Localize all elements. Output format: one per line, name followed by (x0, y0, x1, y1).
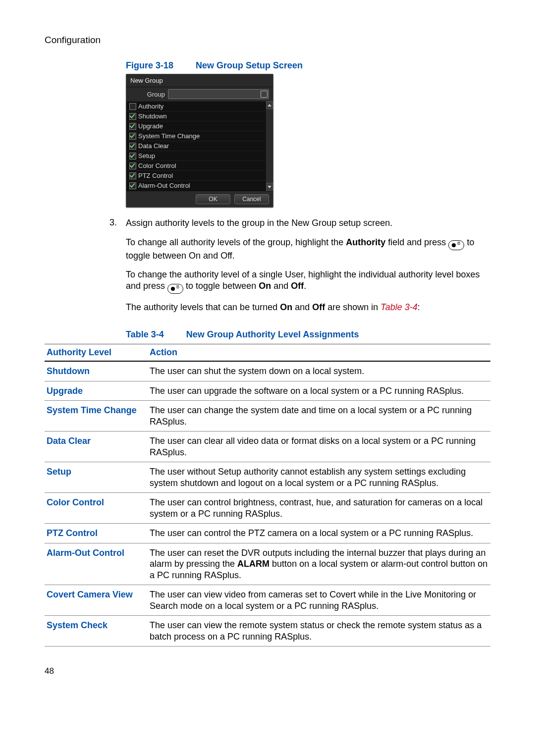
table-row: System CheckThe user can view the remote… (45, 616, 490, 647)
col-header-action: Action (148, 344, 490, 362)
table-title: New Group Authority Level Assignments (186, 329, 359, 339)
group-label: Group (130, 91, 168, 98)
text: To change all authority levels of the gr… (126, 237, 346, 247)
scroll-up-button[interactable] (266, 101, 273, 109)
authority-list[interactable]: Authority Shutdown Upgrade System Time C… (126, 101, 273, 191)
authority-item-label: System Time Change (138, 132, 200, 140)
table-row: UpgradeThe user can upgrade the software… (45, 381, 490, 401)
authority-level-cell: Shutdown (45, 361, 148, 381)
authority-level-cell: Upgrade (45, 381, 148, 401)
table-number: Table 3-4 (126, 329, 164, 339)
text-bold: Off (312, 302, 325, 312)
text: : (418, 302, 420, 312)
checkbox-icon[interactable] (129, 133, 136, 140)
authority-level-cell: Setup (45, 462, 148, 493)
step-text: To change all authority levels of the gr… (126, 237, 490, 262)
text-bold: Authority (346, 237, 385, 247)
authority-action-cell: The user can control brightness, contras… (148, 493, 490, 524)
step-text: To change the authority level of a singl… (126, 269, 490, 294)
checkbox-icon[interactable] (129, 172, 136, 179)
authority-item-label: Shutdown (138, 112, 167, 120)
cancel-button[interactable]: Cancel (234, 194, 269, 204)
authority-action-cell: The user without Setup authority cannot … (148, 462, 490, 493)
authority-action-cell: The user can clear all video data or for… (148, 432, 490, 462)
checkbox-icon[interactable] (129, 162, 136, 169)
authority-item-label: Color Control (138, 162, 176, 169)
authority-level-cell: Color Control (45, 493, 148, 524)
checkbox-icon[interactable] (129, 182, 136, 189)
text: field and press (385, 237, 448, 247)
group-input[interactable] (168, 89, 269, 99)
text-bold: On (259, 281, 271, 291)
authority-item-label: PTZ Control (138, 172, 173, 179)
authority-item-label: Alarm-Out Control (138, 182, 190, 189)
table-row: Data ClearThe user can clear all video d… (45, 432, 490, 462)
authority-level-cell: Data Clear (45, 432, 148, 462)
authority-level-cell: Covert Camera View (45, 585, 148, 616)
authority-item[interactable]: Data Clear (126, 141, 273, 151)
authority-header-label: Authority (138, 103, 163, 110)
authority-action-cell: The user can view the remote system stat… (148, 616, 490, 647)
authority-item-label: Data Clear (138, 142, 169, 150)
authority-item[interactable]: Upgrade (126, 121, 273, 131)
figure-title: New Group Setup Screen (196, 60, 303, 70)
authority-level-cell: Alarm-Out Control (45, 543, 148, 585)
keyboard-icon[interactable] (261, 91, 268, 98)
dialog-title: New Group (126, 74, 273, 87)
text-bold: On (280, 302, 292, 312)
table-row: PTZ ControlThe user can control the PTZ … (45, 524, 490, 543)
checkbox-icon[interactable] (129, 123, 136, 130)
ok-button[interactable]: OK (196, 194, 230, 204)
table-row: ShutdownThe user can shut the system dow… (45, 361, 490, 381)
authority-level-cell: System Check (45, 616, 148, 647)
authority-item[interactable]: Color Control (126, 161, 273, 170)
authority-item[interactable]: Setup (126, 151, 273, 161)
authority-item-label: Upgrade (138, 122, 163, 130)
new-group-dialog: New Group Group Authority Shutdown Upgra… (126, 74, 273, 208)
col-header-level: Authority Level (45, 344, 148, 362)
text-bold: Off (291, 281, 304, 291)
text: and (271, 281, 291, 291)
step-text: The authority levels that can be turned … (126, 302, 490, 313)
figure-caption: Figure 3-18 New Group Setup Screen (45, 60, 490, 71)
camera-button-icon (167, 284, 183, 294)
authority-table: Authority Level Action ShutdownThe user … (45, 344, 490, 647)
table-row: Alarm-Out ControlThe user can reset the … (45, 543, 490, 585)
authority-action-cell: The user can change the system date and … (148, 401, 490, 432)
authority-item[interactable]: Alarm-Out Control (126, 180, 273, 190)
authority-item-label: Setup (138, 152, 155, 160)
table-row: Color ControlThe user can control bright… (45, 493, 490, 524)
checkbox-icon[interactable] (129, 103, 136, 110)
authority-level-cell: PTZ Control (45, 524, 148, 543)
authority-action-cell: The user can reset the DVR outputs inclu… (148, 543, 490, 585)
authority-item[interactable]: System Time Change (126, 131, 273, 141)
step-text: Assign authority levels to the group in … (126, 217, 490, 229)
camera-button-icon (448, 240, 464, 250)
text: and (292, 302, 312, 312)
authority-action-cell: The user can control the PTZ camera on a… (148, 524, 490, 543)
text: The authority levels that can be turned (126, 302, 280, 312)
table-caption: Table 3-4 New Group Authority Level Assi… (126, 329, 490, 340)
table-row: Covert Camera ViewThe user can view vide… (45, 585, 490, 616)
text: . (304, 281, 306, 291)
authority-item[interactable]: Shutdown (126, 111, 273, 121)
authority-action-cell: The user can view video from cameras set… (148, 585, 490, 616)
text: to toggle between (186, 281, 259, 291)
list-scrollbar[interactable] (266, 101, 273, 191)
table-row: System Time ChangeThe user can change th… (45, 401, 490, 432)
authority-level-cell: System Time Change (45, 401, 148, 432)
authority-action-cell: The user can shut the system down on a l… (148, 361, 490, 381)
scroll-down-button[interactable] (266, 183, 273, 191)
table-row: SetupThe user without Setup authority ca… (45, 462, 490, 493)
step-number: 3. (45, 217, 117, 321)
text: are shown in (325, 302, 380, 312)
table-ref-link[interactable]: Table 3-4 (380, 302, 417, 312)
checkbox-icon[interactable] (129, 113, 136, 120)
page-number: 48 (45, 666, 490, 676)
section-title: Configuration (45, 35, 490, 46)
authority-item[interactable]: PTZ Control (126, 170, 273, 180)
authority-header[interactable]: Authority (126, 101, 273, 111)
checkbox-icon[interactable] (129, 143, 136, 150)
checkbox-icon[interactable] (129, 153, 136, 160)
authority-action-cell: The user can upgrade the software on a l… (148, 381, 490, 401)
